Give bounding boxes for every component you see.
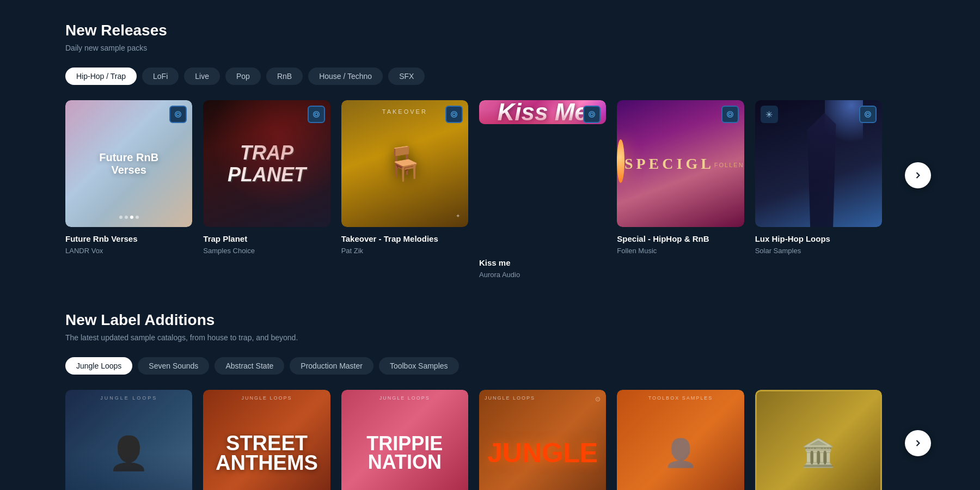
card-lux-artist: Solar Samples <box>755 247 882 255</box>
filter-abstract-state[interactable]: Abstract State <box>215 357 284 375</box>
card-kiss-me-image: Kiss Me <box>479 100 606 251</box>
card-4-label: JUNGLE LOOPS <box>485 395 535 401</box>
card-lux-badge[interactable] <box>859 106 877 123</box>
bottom-card-3[interactable]: JUNGLE LOOPS TRIPPIENATION <box>341 390 468 490</box>
dot-2 <box>125 216 128 219</box>
svg-point-6 <box>589 112 595 118</box>
bottom-card-5[interactable]: 👤 TOOLBOX SAMPLES <box>617 390 744 490</box>
arrow-right-icon-2 <box>912 438 923 449</box>
bottom-card-2-art: JUNGLE LOOPS STREETANTHEMS <box>203 390 330 490</box>
card-future-rnb-title: Future Rnb Verses <box>65 234 192 244</box>
new-releases-cards: Future RnBVerses <box>65 100 915 279</box>
card-lux[interactable]: ✳ Lux Hip-Hop Loops Solar Samples <box>755 100 882 279</box>
bottom-card-4-art: JUNGLE LOOPS JUNGLE ⊙ <box>479 390 606 490</box>
filter-sfx[interactable]: SFX <box>388 68 425 85</box>
svg-point-8 <box>727 112 733 118</box>
dot-3 <box>130 216 133 219</box>
filter-hip-hop-trap[interactable]: Hip-Hop / Trap <box>65 68 137 85</box>
new-releases-subtitle: Daily new sample packs <box>65 44 915 52</box>
svg-point-1 <box>177 113 180 115</box>
bottom-card-5-img: 👤 TOOLBOX SAMPLES <box>617 390 744 490</box>
bottom-card-4[interactable]: JUNGLE LOOPS JUNGLE ⊙ <box>479 390 606 490</box>
card-takeover-title: Takeover - Trap Melodies <box>341 234 468 244</box>
card-special-image: SPECIGL FOLLEN <box>617 100 744 227</box>
bottom-card-4-img: JUNGLE LOOPS JUNGLE ⊙ <box>479 390 606 490</box>
card-1-label: JUNGLE LOOPS <box>100 395 157 401</box>
card-trap-planet-badge[interactable] <box>308 106 325 123</box>
svg-point-5 <box>452 113 455 115</box>
card-takeover[interactable]: TAKEOVER 🪑 ✦ Takeover - Trap Melodies Pa… <box>341 100 468 279</box>
svg-point-4 <box>451 112 457 118</box>
bottom-card-6-art: 🏛️ TOOLBOX SAMPLES <box>755 390 882 490</box>
loop-icon-6 <box>863 110 872 119</box>
bottom-card-2[interactable]: JUNGLE LOOPS STREETANTHEMS <box>203 390 330 490</box>
card-takeover-artist: Pat Zik <box>341 247 468 255</box>
bottom-card-1[interactable]: 👤 JUNGLE LOOPS <box>65 390 192 490</box>
loop-icon-3 <box>450 110 458 119</box>
card-kiss-me-badge[interactable] <box>583 106 601 123</box>
loop-icon <box>174 110 182 119</box>
card-4-icon: ⊙ <box>595 395 601 403</box>
svg-point-0 <box>175 112 181 118</box>
future-rnb-dots <box>119 216 139 219</box>
chair-icon: 🪑 <box>384 144 425 183</box>
trippie-nation-text: TRIPPIENATION <box>366 434 443 471</box>
filter-production-master[interactable]: Production Master <box>290 357 373 375</box>
svg-point-2 <box>313 112 319 118</box>
card-1-gradient <box>65 454 192 491</box>
new-label-section: New Label Additions The latest updated s… <box>65 311 915 490</box>
card-future-rnb-image: Future RnBVerses <box>65 100 192 227</box>
ornate-icon: 🏛️ <box>801 437 835 469</box>
card-trap-planet-artist: Samples Choice <box>203 247 330 255</box>
jungle-text: JUNGLE <box>487 437 598 469</box>
filter-house-techno[interactable]: House / Techno <box>308 68 383 85</box>
new-releases-filters: Hip-Hop / Trap LoFi Live Pop RnB House /… <box>65 68 915 85</box>
bottom-card-1-art: 👤 JUNGLE LOOPS <box>65 390 192 490</box>
label-cards: 👤 JUNGLE LOOPS JUNGLE LOOPS STREETANTHEM… <box>65 390 915 490</box>
special-text: SPECIGL <box>624 155 714 173</box>
card-5-label: TOOLBOX SAMPLES <box>648 395 713 401</box>
takeover-label: TAKEOVER <box>382 108 427 115</box>
filter-live[interactable]: Live <box>184 68 220 85</box>
bottom-card-2-img: JUNGLE LOOPS STREETANTHEMS <box>203 390 330 490</box>
card-kiss-me-title: Kiss me <box>479 258 606 268</box>
card-3-label: JUNGLE LOOPS <box>379 395 430 401</box>
filter-toolbox-samples[interactable]: Toolbox Samples <box>379 357 459 375</box>
filter-pop[interactable]: Pop <box>225 68 261 85</box>
special-moon <box>617 139 624 183</box>
new-releases-title: New Releases <box>65 22 915 39</box>
card-special[interactable]: SPECIGL FOLLEN Special - HipHop & RnB Fo… <box>617 100 744 279</box>
card-2-label: JUNGLE LOOPS <box>241 395 292 401</box>
special-sub: FOLLEN <box>714 162 744 168</box>
card-future-rnb-artist: LANDR Vox <box>65 247 192 255</box>
filter-jungle-loops[interactable]: Jungle Loops <box>65 357 132 375</box>
card-future-rnb-badge[interactable] <box>169 106 187 123</box>
card-special-artist: Follen Music <box>617 247 744 255</box>
card-kiss-me[interactable]: Kiss Me Kiss me Aurora Audio <box>479 100 606 279</box>
card-takeover-image: TAKEOVER 🪑 ✦ <box>341 100 468 227</box>
bottom-card-3-img: JUNGLE LOOPS TRIPPIENATION <box>341 390 468 490</box>
takeover-credit: ✦ <box>456 213 460 219</box>
arrow-right-icon <box>912 170 923 181</box>
card-trap-planet[interactable]: TRAPPLANET Trap Planet Samples Choice <box>203 100 330 279</box>
new-label-title: New Label Additions <box>65 311 915 329</box>
future-rnb-art-text: Future RnBVerses <box>88 140 169 187</box>
filter-lofi[interactable]: LoFi <box>142 68 179 85</box>
dot-4 <box>136 216 139 219</box>
loop-icon-2 <box>312 110 321 119</box>
card-special-title: Special - HipHop & RnB <box>617 234 744 244</box>
next-arrow-button[interactable] <box>905 162 931 188</box>
card-takeover-badge[interactable] <box>445 106 463 123</box>
card-future-rnb[interactable]: Future RnBVerses <box>65 100 192 279</box>
next-arrow-button-2[interactable] <box>905 430 931 456</box>
bottom-card-6[interactable]: 🏛️ TOOLBOX SAMPLES <box>755 390 882 490</box>
card-special-badge[interactable] <box>721 106 739 123</box>
svg-point-10 <box>865 112 871 118</box>
card-trap-planet-image: TRAPPLANET <box>203 100 330 227</box>
filter-seven-sounds[interactable]: Seven Sounds <box>138 357 209 375</box>
svg-point-9 <box>728 113 731 115</box>
filter-rnb[interactable]: RnB <box>266 68 303 85</box>
new-label-filters: Jungle Loops Seven Sounds Abstract State… <box>65 357 915 375</box>
svg-point-7 <box>591 113 593 115</box>
svg-point-11 <box>866 113 869 115</box>
